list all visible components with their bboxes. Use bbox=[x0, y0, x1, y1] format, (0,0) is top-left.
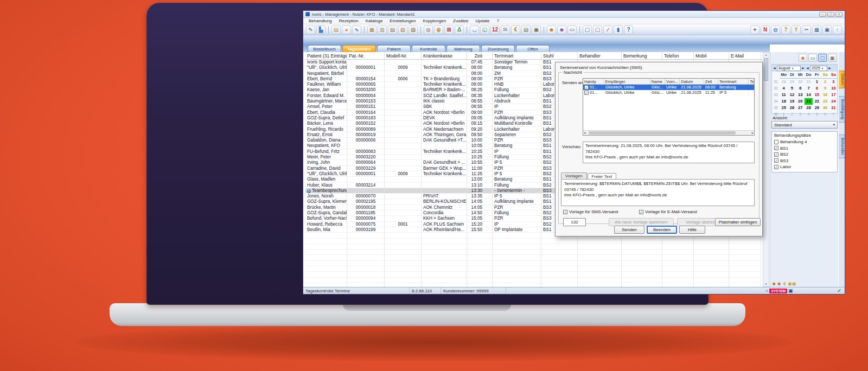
menu-behandlung[interactable]: Behandlung bbox=[305, 18, 335, 23]
email-template-checkbox[interactable]: ✓ Vorlage für E-Mail-Versand bbox=[639, 209, 697, 214]
place-checkbox-behandlung-4[interactable]: Behandlung 4 bbox=[774, 139, 835, 145]
filter-icon[interactable]: Y bbox=[792, 25, 801, 34]
calendar-day[interactable]: 18 bbox=[780, 98, 788, 105]
month-select[interactable]: August▼ bbox=[777, 66, 801, 71]
place-checkbox-bs1[interactable]: ✓BS1 bbox=[774, 145, 835, 152]
calendar-day[interactable]: 4 bbox=[805, 111, 813, 118]
calendar-day[interactable]: 8 bbox=[813, 85, 821, 92]
recipients-horizontal-scrollbar[interactable] bbox=[583, 130, 754, 135]
print-icon[interactable]: ▭ bbox=[567, 25, 577, 34]
tab-bestellbuch[interactable]: Bestellbuch bbox=[308, 45, 341, 52]
lab-icon[interactable]: Δ bbox=[455, 25, 464, 34]
card-copy-icon[interactable]: ▨ bbox=[409, 25, 418, 34]
next-year-icon[interactable]: ► bbox=[828, 66, 832, 70]
calendar-day[interactable]: 14 bbox=[805, 92, 813, 98]
calendar-day[interactable]: 22 bbox=[813, 98, 821, 105]
calendar-day[interactable]: 6 bbox=[796, 85, 805, 92]
message-tab-vorlagen[interactable]: Vorlagen bbox=[561, 172, 587, 179]
patients-icon[interactable]: ☻ bbox=[547, 25, 556, 34]
calendar-day[interactable]: 7 bbox=[805, 85, 813, 92]
calendar-day[interactable]: 17 bbox=[829, 92, 838, 98]
menu-einstellungen[interactable]: Einstellungen bbox=[386, 18, 419, 23]
column-header-behandler[interactable]: Behandler bbox=[578, 52, 622, 59]
tab-patient[interactable]: Patient bbox=[377, 45, 411, 52]
calendar-day[interactable]: 1 bbox=[813, 79, 821, 85]
calendar-day[interactable]: 4 bbox=[780, 85, 788, 92]
timeboard-icon[interactable]: ◱ bbox=[480, 25, 489, 34]
team-icon[interactable]: ☻ bbox=[557, 25, 566, 34]
close-dialog-button[interactable]: Beenden bbox=[647, 226, 677, 234]
prev-month-icon[interactable]: ◄ bbox=[773, 66, 776, 70]
calendar-icon[interactable]: 12 bbox=[490, 25, 500, 34]
mail-icon[interactable]: ✉ bbox=[501, 25, 510, 34]
save-as-new-template-button[interactable]: Als neue Vorlage speichern bbox=[609, 218, 674, 226]
euro-icon[interactable]: € bbox=[511, 25, 520, 34]
lock-icon[interactable]: ⊠ bbox=[444, 25, 454, 34]
tab-kontrolle[interactable]: Kontrolle bbox=[412, 45, 445, 52]
calendar-day[interactable]: 7 bbox=[829, 111, 838, 118]
sms-template-checkbox[interactable]: ✓ Vorlage für SMS-Versand bbox=[563, 209, 639, 214]
calendar-day[interactable]: 2 bbox=[788, 111, 796, 118]
search-help-icon[interactable]: ? bbox=[781, 25, 790, 34]
insert-placeholder-button[interactable]: Platzhalter einfügen bbox=[715, 218, 761, 226]
recipient-checkbox-icon[interactable]: ✓ bbox=[584, 85, 589, 89]
search-patient-icon[interactable]: ◎ bbox=[424, 25, 433, 34]
help-button[interactable]: Hilfe bbox=[679, 226, 705, 234]
patients-orange-icon[interactable]: ☻☻ bbox=[771, 281, 782, 286]
prev-year-icon[interactable]: ◄ bbox=[806, 66, 809, 70]
statistics-icon[interactable]: ▮ bbox=[614, 25, 623, 34]
calendar-day[interactable]: 24 bbox=[829, 98, 838, 105]
message-text-area[interactable]: Terminerinnerung: $$TERMIN-DATUM$$, $$TE… bbox=[561, 179, 755, 206]
ivoris-n-icon[interactable]: N bbox=[761, 25, 770, 34]
place-checkbox-bs3[interactable]: ✓BS3 bbox=[774, 158, 835, 164]
column-header-mobil[interactable]: Mobil bbox=[694, 52, 729, 59]
column-header-terminart[interactable]: Terminart bbox=[493, 52, 541, 59]
calendar-day[interactable]: 26 bbox=[788, 105, 796, 111]
help-icon[interactable]: ? bbox=[624, 25, 633, 34]
table-view-icon[interactable]: ▦ bbox=[812, 25, 821, 34]
calendar-day[interactable]: 2 bbox=[821, 79, 829, 85]
tab-mahnung[interactable]: Mahnung bbox=[446, 45, 480, 52]
menu-rezeption[interactable]: Rezeption bbox=[336, 18, 362, 23]
tab-tageslisten[interactable]: Tageslisten bbox=[342, 45, 376, 52]
calendar-day[interactable]: 30 bbox=[796, 79, 805, 85]
hscroll-thumb[interactable] bbox=[589, 131, 736, 135]
pie-chart-icon[interactable]: ◕ bbox=[342, 25, 351, 34]
column-header-pat-nr[interactable]: Pat.-Nr. bbox=[347, 52, 385, 59]
calendar-day[interactable]: 31 bbox=[829, 105, 838, 111]
globe-icon[interactable]: ◍ bbox=[771, 25, 780, 34]
place-checkbox-labor[interactable]: ✓Labor bbox=[774, 164, 835, 170]
remote-off-icon[interactable]: ▢ bbox=[593, 25, 602, 34]
column-header-e-mail[interactable]: E-Mail bbox=[729, 52, 761, 59]
calendar-day[interactable]: 6 bbox=[821, 111, 829, 118]
calendar-day[interactable]: 29 bbox=[813, 105, 821, 111]
tools-icon[interactable]: ✦ bbox=[750, 25, 760, 34]
menu-zus-tze[interactable]: Zusätze bbox=[450, 18, 471, 23]
calendar-day[interactable]: 20 bbox=[796, 98, 805, 105]
calendar-day[interactable]: 23 bbox=[821, 98, 829, 105]
column-header-patient-31-eintr-ge[interactable]: Patient (31 Einträge) bbox=[305, 52, 347, 59]
window-view-icon[interactable]: ▣ bbox=[822, 25, 832, 34]
maximize-button[interactable]: □ bbox=[827, 12, 834, 17]
treatment-chair-icon[interactable]: ▙ bbox=[316, 25, 326, 34]
probe-icon[interactable]: ✎ bbox=[306, 25, 315, 34]
coins-icon[interactable]: ◉◉ bbox=[788, 281, 796, 286]
copy-list-icon[interactable]: ▣ bbox=[828, 54, 837, 62]
patient-chart-icon[interactable]: ▤ bbox=[331, 25, 341, 34]
card-chart-icon[interactable]: ▧ bbox=[398, 25, 407, 34]
column-header-krankenkasse[interactable]: Krankenkasse bbox=[422, 52, 467, 59]
next-month-icon[interactable]: ► bbox=[801, 66, 805, 70]
growth-chart-icon[interactable]: ∿ bbox=[352, 25, 361, 34]
calendar-day[interactable]: 16 bbox=[821, 92, 829, 98]
euro-gold-icon[interactable]: € bbox=[783, 281, 786, 286]
recipient-row[interactable]: ✓01...Glücklich, UlrikeGlüc...Ulrike21.0… bbox=[583, 90, 754, 95]
recipient-row[interactable]: ✓01...Glücklich, UlrikeGlüc...Ulrike21.0… bbox=[583, 85, 754, 90]
calendar-day[interactable]: 11 bbox=[780, 92, 788, 98]
flyout-tab-datum[interactable]: Datum bbox=[839, 71, 845, 88]
card-sl-icon[interactable]: ▥ bbox=[378, 25, 387, 34]
tab-offen[interactable]: Offen bbox=[516, 45, 550, 52]
menu-update[interactable]: Update bbox=[473, 18, 493, 23]
column-header-telefon[interactable]: Telefon bbox=[662, 52, 694, 59]
calendar-day[interactable]: 5 bbox=[813, 111, 821, 118]
calendar-day[interactable]: 3 bbox=[796, 111, 805, 118]
